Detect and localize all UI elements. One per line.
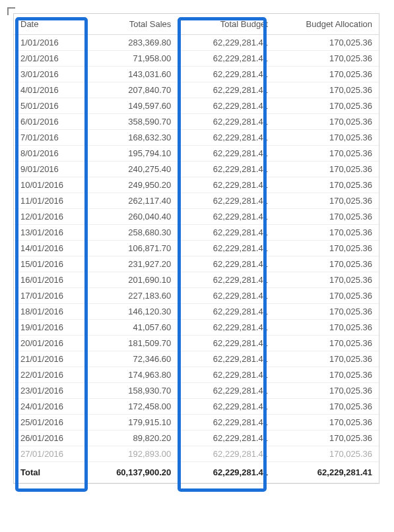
header-budget-allocation[interactable]: Budget Allocation <box>275 14 379 35</box>
header-date[interactable]: Date <box>14 14 88 35</box>
cell-date: 4/01/2016 <box>14 82 88 98</box>
cell-budget: 62,229,281.41 <box>178 162 275 177</box>
cell-sales: 172,458.00 <box>88 399 178 415</box>
cell-alloc: 170,025.36 <box>275 415 379 430</box>
table-row[interactable]: 8/01/2016195,794.1062,229,281.41170,025.… <box>14 146 379 162</box>
table-row[interactable]: 21/01/201672,346.6062,229,281.41170,025.… <box>14 351 379 367</box>
cell-sales: 240,275.40 <box>88 162 178 177</box>
cell-date: 12/01/2016 <box>14 209 88 225</box>
cell-sales: 41,057.60 <box>88 320 178 336</box>
cell-date: 19/01/2016 <box>14 320 88 336</box>
cell-budget: 62,229,281.41 <box>178 256 275 272</box>
cell-sales: 227,183.60 <box>88 288 178 304</box>
cell-budget: 62,229,281.41 <box>178 446 275 462</box>
cell-alloc: 170,025.36 <box>275 177 379 193</box>
cell-budget: 62,229,281.41 <box>178 336 275 351</box>
cell-sales: 143,031.60 <box>88 67 178 82</box>
total-sales: 60,137,900.20 <box>88 462 178 483</box>
table-row[interactable]: 19/01/201641,057.6062,229,281.41170,025.… <box>14 320 379 336</box>
cell-sales: 72,346.60 <box>88 351 178 367</box>
cell-date: 20/01/2016 <box>14 336 88 351</box>
cell-alloc: 170,025.36 <box>275 336 379 351</box>
table-row[interactable]: 5/01/2016149,597.6062,229,281.41170,025.… <box>14 98 379 114</box>
cell-sales: 106,871.70 <box>88 241 178 256</box>
cell-sales: 149,597.60 <box>88 98 178 114</box>
header-total-budget[interactable]: Total Budget <box>178 14 275 35</box>
cell-alloc: 170,025.36 <box>275 320 379 336</box>
cell-budget: 62,229,281.41 <box>178 383 275 399</box>
cell-budget: 62,229,281.41 <box>178 67 275 82</box>
cell-budget: 62,229,281.41 <box>178 367 275 383</box>
cell-budget: 62,229,281.41 <box>178 82 275 98</box>
cell-budget: 62,229,281.41 <box>178 225 275 241</box>
cell-alloc: 170,025.36 <box>275 351 379 367</box>
cell-alloc: 170,025.36 <box>275 399 379 415</box>
table-row[interactable]: 24/01/2016172,458.0062,229,281.41170,025… <box>14 399 379 415</box>
table-row[interactable]: 14/01/2016106,871.7062,229,281.41170,025… <box>14 241 379 256</box>
cell-date: 24/01/2016 <box>14 399 88 415</box>
cell-budget: 62,229,281.41 <box>178 415 275 430</box>
cell-date: 1/01/2016 <box>14 35 88 51</box>
data-table-visual[interactable]: Date Total Sales Total Budget Budget All… <box>13 13 379 484</box>
cell-alloc: 170,025.36 <box>275 272 379 288</box>
total-row: Total 60,137,900.20 62,229,281.41 62,229… <box>14 462 379 483</box>
cell-date: 22/01/2016 <box>14 367 88 383</box>
cell-date: 14/01/2016 <box>14 241 88 256</box>
cell-alloc: 170,025.36 <box>275 51 379 67</box>
table-row[interactable]: 22/01/2016174,963.8062,229,281.41170,025… <box>14 367 379 383</box>
table-row[interactable]: 9/01/2016240,275.4062,229,281.41170,025.… <box>14 162 379 177</box>
cell-alloc: 170,025.36 <box>275 67 379 82</box>
cell-date: 11/01/2016 <box>14 193 88 209</box>
table-row[interactable]: 23/01/2016158,930.7062,229,281.41170,025… <box>14 383 379 399</box>
table-row[interactable]: 13/01/2016258,680.3062,229,281.41170,025… <box>14 225 379 241</box>
table-row[interactable]: 6/01/2016358,590.7062,229,281.41170,025.… <box>14 114 379 130</box>
table-row[interactable]: 16/01/2016201,690.1062,229,281.41170,025… <box>14 272 379 288</box>
cell-date: 15/01/2016 <box>14 256 88 272</box>
table-row[interactable]: 4/01/2016207,840.7062,229,281.41170,025.… <box>14 82 379 98</box>
table-row[interactable]: 15/01/2016231,927.2062,229,281.41170,025… <box>14 256 379 272</box>
cell-budget: 62,229,281.41 <box>178 351 275 367</box>
cell-budget: 62,229,281.41 <box>178 177 275 193</box>
cell-sales: 192,893.00 <box>88 446 178 462</box>
cell-budget: 62,229,281.41 <box>178 51 275 67</box>
table-row[interactable]: 2/01/201671,958.0062,229,281.41170,025.3… <box>14 51 379 67</box>
table-row[interactable]: 27/01/2016192,893.0062,229,281.41170,025… <box>14 446 379 462</box>
cell-date: 9/01/2016 <box>14 162 88 177</box>
cell-date: 21/01/2016 <box>14 351 88 367</box>
cell-date: 6/01/2016 <box>14 114 88 130</box>
cell-date: 27/01/2016 <box>14 446 88 462</box>
header-total-sales[interactable]: Total Sales <box>88 14 178 35</box>
cell-alloc: 170,025.36 <box>275 193 379 209</box>
cell-alloc: 170,025.36 <box>275 209 379 225</box>
total-label: Total <box>14 462 88 483</box>
cell-alloc: 170,025.36 <box>275 225 379 241</box>
table-row[interactable]: 1/01/2016283,369.8062,229,281.41170,025.… <box>14 35 379 51</box>
cell-date: 13/01/2016 <box>14 225 88 241</box>
table-row[interactable]: 7/01/2016168,632.3062,229,281.41170,025.… <box>14 130 379 146</box>
cell-sales: 71,958.00 <box>88 51 178 67</box>
table-row[interactable]: 11/01/2016262,117.4062,229,281.41170,025… <box>14 193 379 209</box>
cell-sales: 168,632.30 <box>88 130 178 146</box>
cell-alloc: 170,025.36 <box>275 146 379 162</box>
cell-sales: 258,680.30 <box>88 225 178 241</box>
table-row[interactable]: 20/01/2016181,509.7062,229,281.41170,025… <box>14 336 379 351</box>
cell-date: 7/01/2016 <box>14 130 88 146</box>
cell-date: 23/01/2016 <box>14 383 88 399</box>
table-row[interactable]: 12/01/2016260,040.4062,229,281.41170,025… <box>14 209 379 225</box>
table-row[interactable]: 26/01/201689,820.2062,229,281.41170,025.… <box>14 430 379 446</box>
cell-sales: 283,369.80 <box>88 35 178 51</box>
cell-date: 10/01/2016 <box>14 177 88 193</box>
cell-sales: 195,794.10 <box>88 146 178 162</box>
cell-sales: 262,117.40 <box>88 193 178 209</box>
table-row[interactable]: 17/01/2016227,183.6062,229,281.41170,025… <box>14 288 379 304</box>
cell-budget: 62,229,281.41 <box>178 430 275 446</box>
table-row[interactable]: 25/01/2016179,915.1062,229,281.41170,025… <box>14 415 379 430</box>
cell-sales: 231,927.20 <box>88 256 178 272</box>
table-row[interactable]: 18/01/2016146,120.3062,229,281.41170,025… <box>14 304 379 320</box>
cell-alloc: 170,025.36 <box>275 367 379 383</box>
cell-sales: 201,690.10 <box>88 272 178 288</box>
table-row[interactable]: 10/01/2016249,950.2062,229,281.41170,025… <box>14 177 379 193</box>
table-row[interactable]: 3/01/2016143,031.6062,229,281.41170,025.… <box>14 67 379 82</box>
cell-budget: 62,229,281.41 <box>178 209 275 225</box>
cell-sales: 179,915.10 <box>88 415 178 430</box>
